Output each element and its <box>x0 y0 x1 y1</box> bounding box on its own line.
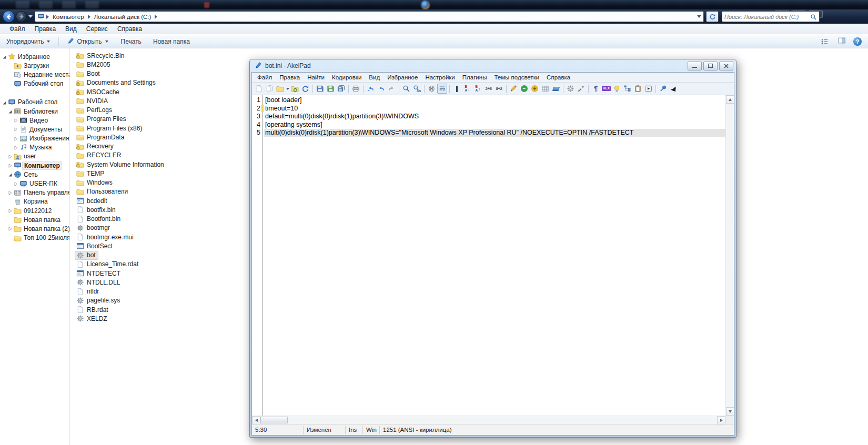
scroll-down-button[interactable] <box>726 407 734 416</box>
sidebar-item-избранное[interactable]: Избранное <box>0 52 69 61</box>
settings-button[interactable] <box>566 84 576 94</box>
pinned-app-icon[interactable] <box>62 1 76 8</box>
hex-view-button[interactable]: HEX <box>601 84 611 94</box>
fold-expand-button[interactable]: + <box>530 84 540 94</box>
caret-options-button[interactable] <box>452 84 462 94</box>
file-item[interactable]: bootmgr.exe.mui <box>75 232 136 241</box>
sidebar-item-рабочий-стол[interactable]: Рабочий стол <box>0 79 69 88</box>
akelpad-menu-файл[interactable]: Файл <box>254 74 276 80</box>
akelpad-menu-плагины[interactable]: Плагины <box>459 74 491 80</box>
menu-item-правка[interactable]: Правка <box>30 25 61 33</box>
open-file-button[interactable] <box>275 84 285 94</box>
expand-arrow-icon[interactable] <box>7 154 13 159</box>
sidebar-item-библиотеки[interactable]: Библиотеки <box>0 107 69 116</box>
pinned-app-icon[interactable] <box>39 1 53 8</box>
menu-item-справка[interactable]: Справка <box>113 25 147 33</box>
akelpad-titlebar[interactable]: bot.ini - AkelPad <box>251 59 734 72</box>
panel-view-button[interactable] <box>551 84 561 94</box>
akelpad-menu-темы-подсветки[interactable]: Темы подсветки <box>490 74 543 80</box>
reopen-file-button[interactable] <box>290 84 300 94</box>
expand-arrow-icon[interactable] <box>7 190 13 196</box>
address-bar[interactable]: Компьютер Локальный диск (C:) <box>35 11 704 22</box>
file-item[interactable]: XELDZ <box>75 314 110 323</box>
pin-window-button[interactable] <box>658 84 668 94</box>
convert-2-8-button[interactable]: 2+8 <box>483 84 493 94</box>
macro-player-button[interactable] <box>643 84 653 94</box>
scroll-right-button[interactable] <box>717 416 725 424</box>
print-button[interactable] <box>351 84 361 94</box>
show-invisibles-button[interactable]: ¶ <box>591 84 601 94</box>
file-item[interactable]: NTDETECT <box>75 269 123 278</box>
pinned-app-icon[interactable] <box>85 1 99 8</box>
akelpad-menu-вид[interactable]: Вид <box>365 74 383 80</box>
expand-arrow-icon[interactable] <box>13 126 19 132</box>
undo-button[interactable] <box>376 84 386 94</box>
fold-collapse-button[interactable]: − <box>519 84 529 94</box>
forward-button[interactable] <box>16 11 27 22</box>
refresh-button[interactable] <box>300 84 310 94</box>
file-item[interactable]: bootmgr <box>75 224 113 232</box>
expand-arrow-icon[interactable] <box>7 226 13 231</box>
file-item[interactable]: Bootfont.bin <box>75 215 123 224</box>
sidebar-item-топ-100-25июля-201[interactable]: Топ 100 25июля 201 <box>0 234 69 242</box>
sidebar-item-видео[interactable]: Видео <box>0 116 69 125</box>
file-item[interactable]: RECYCLER <box>75 151 124 160</box>
sidebar-item-новая-папка-2[interactable]: Новая папка (2) <box>0 224 69 233</box>
vertical-scrollbar[interactable] <box>725 95 734 416</box>
save-as-button[interactable] <box>326 84 336 94</box>
scroll-left-button[interactable] <box>252 416 260 424</box>
refresh-button[interactable] <box>706 11 719 22</box>
file-item[interactable]: NTDLL.DLL <box>75 278 123 287</box>
file-item[interactable]: bootfix.bin <box>75 205 118 214</box>
sort-descending-button[interactable]: БА↑ <box>473 84 483 94</box>
file-item[interactable]: Пользователи <box>75 187 130 196</box>
akelpad-close-button[interactable] <box>719 62 733 70</box>
sidebar-item-панель-управления[interactable]: Панель управления <box>0 188 69 197</box>
editor-text-area[interactable]: [boot loader]timeout=10default=multi(0)d… <box>264 95 725 416</box>
file-item[interactable]: Program Files (x86) <box>75 124 145 133</box>
undo-all-button[interactable] <box>366 84 376 94</box>
file-item[interactable]: MSOCache <box>75 87 122 96</box>
file-item[interactable]: pagefile.sys <box>75 296 123 305</box>
file-item[interactable]: Documents and Settings <box>75 78 158 87</box>
file-item[interactable]: BM2005 <box>75 60 113 69</box>
preview-pane-button[interactable] <box>837 37 846 46</box>
sidebar-item-сеть[interactable]: Сеть <box>0 170 69 179</box>
collapse-arrow-icon[interactable] <box>2 99 7 105</box>
horizontal-scroll-thumb[interactable] <box>260 417 288 423</box>
recent-pages-dropdown[interactable] <box>28 15 33 18</box>
views-button[interactable] <box>821 38 830 45</box>
breadcrumb-chevron[interactable] <box>88 15 90 19</box>
collapse-arrow-icon[interactable] <box>2 54 7 59</box>
sidebar-item-новая-папка[interactable]: Новая папка <box>0 215 69 224</box>
akelpad-menu-настройки[interactable]: Настройки <box>421 74 458 80</box>
search-icon[interactable] <box>810 13 817 23</box>
collapse-arrow-icon[interactable] <box>7 171 13 177</box>
menu-item-сервис[interactable]: Сервис <box>82 25 113 33</box>
redo-button[interactable] <box>387 84 397 94</box>
exit-horn-button[interactable] <box>669 84 679 94</box>
file-item[interactable]: BootSect <box>75 241 115 250</box>
breadcrumb-chevron[interactable] <box>46 15 49 19</box>
file-item[interactable]: NVIDIA <box>75 96 110 105</box>
new-folder-button[interactable]: Новая папка <box>149 36 194 47</box>
firefox-icon[interactable] <box>421 1 430 9</box>
replace-button[interactable]: AB <box>412 84 422 94</box>
plugins-manager-button[interactable] <box>576 84 586 94</box>
address-history-dropdown[interactable] <box>695 15 703 18</box>
akelpad-editor[interactable]: 12345 [boot loader]timeout=10default=mul… <box>252 95 734 424</box>
insert-table-button[interactable] <box>540 84 550 94</box>
sidebar-item-рабочий-стол[interactable]: Рабочий стол <box>0 98 69 107</box>
sidebar-item-музыка[interactable]: Музыка <box>0 143 69 152</box>
expand-arrow-icon[interactable] <box>13 117 19 123</box>
sidebar-item-09122012[interactable]: 09122012 <box>0 206 69 215</box>
search-box[interactable] <box>722 11 820 22</box>
expand-arrow-icon[interactable] <box>7 208 13 214</box>
sidebar-item-user[interactable]: user <box>0 152 69 161</box>
sidebar-item-документы[interactable]: Документы <box>0 125 69 134</box>
sidebar-item-корзина[interactable]: Корзина <box>0 197 69 206</box>
pinned-app-icon[interactable] <box>204 2 209 8</box>
sidebar-item-изображения[interactable]: Изображения <box>0 134 69 143</box>
convert-8-2-button[interactable]: 8+2 <box>494 84 504 94</box>
file-item[interactable]: Recovery <box>75 142 116 151</box>
